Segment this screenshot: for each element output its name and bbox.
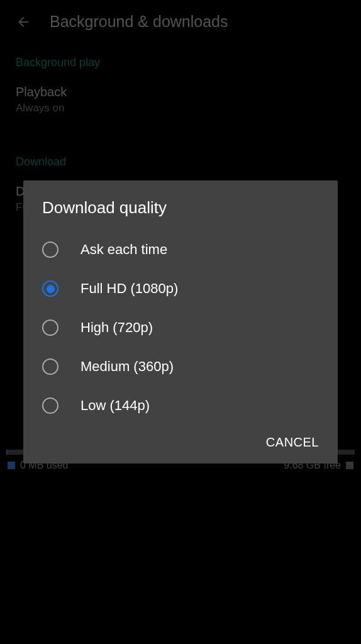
radio-option-ask-each-time[interactable]: Ask each time [23,230,338,269]
download-quality-dialog: Download quality Ask each time Full HD (… [23,180,338,464]
radio-label: Ask each time [81,242,167,258]
radio-icon [42,397,58,414]
radio-icon [42,319,58,336]
radio-option-high[interactable]: High (720p) [23,308,338,347]
dialog-scrim[interactable]: Download quality Ask each time Full HD (… [0,0,361,644]
dialog-actions: CANCEL [23,425,338,452]
radio-inner-icon [47,285,55,293]
radio-label: Medium (360p) [81,358,174,375]
radio-icon [42,242,58,258]
radio-label: High (720p) [81,319,153,336]
radio-icon [42,280,58,297]
radio-label: Low (144p) [81,397,150,414]
radio-option-full-hd[interactable]: Full HD (1080p) [23,269,338,308]
radio-icon [42,358,58,375]
cancel-button[interactable]: CANCEL [266,435,319,450]
radio-option-medium[interactable]: Medium (360p) [23,347,338,386]
radio-option-low[interactable]: Low (144p) [23,386,338,425]
dialog-title: Download quality [23,198,338,230]
radio-label: Full HD (1080p) [81,280,178,297]
